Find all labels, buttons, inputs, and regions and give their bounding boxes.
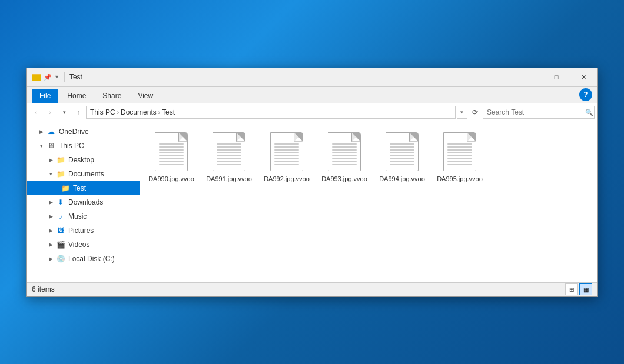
up-button[interactable]: ↑ xyxy=(72,106,85,119)
doc-lines xyxy=(332,143,357,167)
sidebar-label-downloads: Downloads xyxy=(68,198,103,206)
sidebar-label-thispc: This PC xyxy=(59,142,84,150)
tab-view[interactable]: View xyxy=(130,89,161,103)
back-button[interactable]: ‹ xyxy=(29,106,42,119)
doc-icon xyxy=(213,132,245,171)
address-bar: ‹ › ▾ ↑ This PC › Documents › Test ▾ ⟳ 🔍 xyxy=(27,103,597,122)
address-path[interactable]: This PC › Documents › Test xyxy=(86,106,456,119)
list-view-button[interactable]: ⊞ xyxy=(565,283,578,295)
desktop-icon: 📁 xyxy=(55,155,66,165)
doc-lines xyxy=(159,143,184,167)
expand-arrow-test xyxy=(51,183,60,193)
corner-fold xyxy=(294,133,303,141)
expand-arrow-desktop: ▶ xyxy=(46,155,55,165)
ribbon-tabs: File Home Share View ? xyxy=(27,87,597,103)
sidebar-label-desktop: Desktop xyxy=(68,156,94,164)
file-icon xyxy=(441,130,479,172)
tab-home[interactable]: Home xyxy=(59,89,94,103)
doc-icon xyxy=(270,132,303,171)
file-name: DA992.jpg.vvoo xyxy=(264,175,310,183)
file-item[interactable]: DA994.jpg.vvoo xyxy=(376,127,429,186)
quick-access-pin[interactable]: 📌 xyxy=(44,74,52,81)
forward-button[interactable]: › xyxy=(44,106,57,119)
file-name: DA991.jpg.vvoo xyxy=(206,175,252,183)
doc-lines xyxy=(274,143,299,167)
corner-fold xyxy=(179,133,187,141)
tile-view-button[interactable]: ▦ xyxy=(579,283,592,295)
sidebar-item-onedrive[interactable]: ▶ ☁ OneDrive xyxy=(27,125,140,139)
doc-icon xyxy=(386,132,419,171)
corner-fold xyxy=(237,133,245,141)
sidebar-item-desktop[interactable]: ▶ 📁 Desktop xyxy=(27,153,140,167)
file-item[interactable]: DA992.jpg.vvoo xyxy=(260,127,313,186)
file-item[interactable]: DA990.jpg.vvoo xyxy=(145,127,198,186)
search-input[interactable] xyxy=(483,106,595,119)
expand-arrow-thispc: ▾ xyxy=(36,141,46,151)
file-explorer-window: 📌 ▼ Test — □ ✕ File Home Share View ? ‹ … xyxy=(26,68,598,297)
status-bar: 6 items ⊞ ▦ xyxy=(27,282,597,296)
tab-share[interactable]: Share xyxy=(95,89,129,103)
sidebar-item-videos[interactable]: ▶ 🎬 Videos xyxy=(27,238,140,252)
sidebar: ▶ ☁ OneDrive ▾ 🖥 This PC ▶ 📁 Desktop ▾ 📁… xyxy=(27,122,140,282)
crumb-thispc: This PC xyxy=(90,108,115,116)
expand-arrow-localdisk: ▶ xyxy=(46,254,55,263)
quick-access-arrow[interactable]: ▼ xyxy=(54,74,59,80)
main-content: ▶ ☁ OneDrive ▾ 🖥 This PC ▶ 📁 Desktop ▾ 📁… xyxy=(27,122,597,282)
file-name: DA990.jpg.vvoo xyxy=(148,175,194,183)
crumb-test: Test xyxy=(162,108,175,116)
file-icon xyxy=(383,130,421,172)
view-toggles: ⊞ ▦ xyxy=(565,283,592,295)
file-item[interactable]: DA993.jpg.vvoo xyxy=(318,127,371,186)
downloads-icon: ⬇ xyxy=(55,197,66,208)
sidebar-item-thispc[interactable]: ▾ 🖥 This PC xyxy=(27,139,140,153)
file-name: DA994.jpg.vvoo xyxy=(379,175,425,183)
sidebar-label-localdisk: Local Disk (C:) xyxy=(68,255,115,263)
refresh-button[interactable]: ⟳ xyxy=(469,106,482,119)
expand-arrow-music: ▶ xyxy=(46,212,55,221)
file-area: DA990.jpg.vvoo DA991.jpg.vvoo xyxy=(140,122,597,282)
corner-fold xyxy=(410,133,418,141)
help-button[interactable]: ? xyxy=(579,88,592,101)
file-icon xyxy=(210,130,248,172)
expand-arrow-documents: ▾ xyxy=(46,169,55,179)
file-item[interactable]: DA995.jpg.vvoo xyxy=(433,127,486,186)
doc-lines xyxy=(447,143,472,167)
file-item[interactable]: DA991.jpg.vvoo xyxy=(203,127,255,186)
expand-arrow-onedrive: ▶ xyxy=(36,127,46,136)
expand-arrow-pictures: ▶ xyxy=(46,226,55,235)
expand-arrow-downloads: ▶ xyxy=(46,198,55,207)
sidebar-item-music[interactable]: ▶ ♪ Music xyxy=(27,209,140,223)
sidebar-item-documents[interactable]: ▾ 📁 Documents xyxy=(27,167,140,181)
file-name: DA995.jpg.vvoo xyxy=(437,175,483,183)
corner-fold xyxy=(352,133,360,141)
videos-icon: 🎬 xyxy=(55,239,66,250)
sidebar-label-music: Music xyxy=(68,212,87,221)
doc-lines xyxy=(390,143,414,167)
expand-arrow-videos: ▶ xyxy=(46,240,55,249)
tab-file[interactable]: File xyxy=(32,89,58,103)
window-controls: — □ ✕ xyxy=(516,68,597,86)
crumb-documents: Documents xyxy=(121,108,157,116)
sidebar-item-test[interactable]: 📁 Test xyxy=(27,181,140,195)
sidebar-label-pictures: Pictures xyxy=(68,226,94,235)
doc-icon xyxy=(155,132,188,171)
search-button[interactable]: 🔍 xyxy=(585,109,593,116)
doc-icon xyxy=(443,132,476,171)
file-icon xyxy=(326,130,363,172)
documents-icon: 📁 xyxy=(55,169,66,179)
file-icon xyxy=(152,130,190,172)
doc-icon xyxy=(328,132,361,171)
recent-locations-button[interactable]: ▾ xyxy=(58,106,71,119)
sidebar-label-documents: Documents xyxy=(68,170,104,178)
sidebar-item-localdisk[interactable]: ▶ 💿 Local Disk (C:) xyxy=(27,252,140,266)
onedrive-icon: ☁ xyxy=(46,126,57,137)
sidebar-item-downloads[interactable]: ▶ ⬇ Downloads xyxy=(27,195,140,209)
thispc-icon: 🖥 xyxy=(46,141,57,151)
address-dropdown[interactable]: ▾ xyxy=(457,106,467,119)
close-button[interactable]: ✕ xyxy=(570,68,597,86)
maximize-button[interactable]: □ xyxy=(543,68,570,86)
doc-lines xyxy=(217,143,241,167)
sidebar-item-pictures[interactable]: ▶ 🖼 Pictures xyxy=(27,223,140,238)
minimize-button[interactable]: — xyxy=(516,68,543,86)
test-folder-icon: 📁 xyxy=(60,183,71,193)
